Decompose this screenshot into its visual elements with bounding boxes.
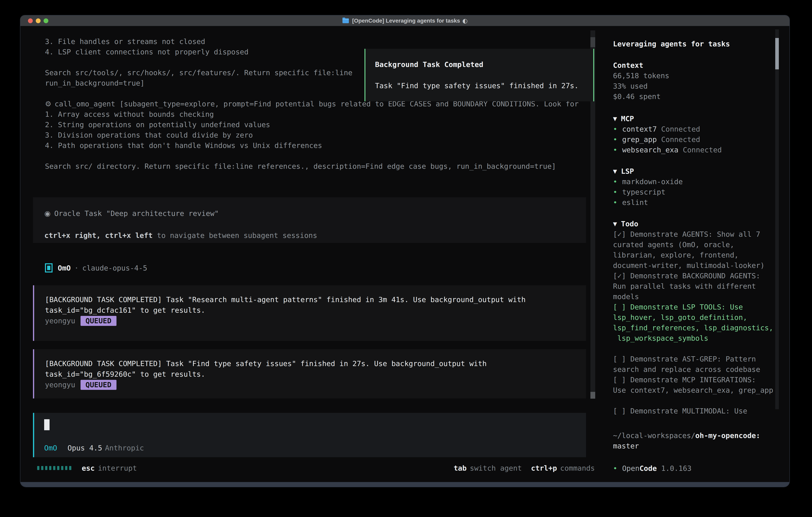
close-button[interactable] [28, 19, 33, 23]
app-name-code: Code [639, 464, 657, 472]
ctrlp-key-label: commands [560, 464, 595, 472]
lsp-item: •eslint [613, 197, 775, 208]
status-bar: esc interrupt tab switch agent ctrl+p co… [37, 463, 595, 473]
spinner-dot [65, 466, 67, 470]
message-meta: yeongyu QUEUED [45, 316, 578, 326]
spinner-dot [49, 466, 51, 470]
status-dot-icon: • [613, 198, 617, 207]
tab-key-hint: tab [454, 464, 467, 472]
notification-body: Task "Find type safety issues" finished … [375, 82, 579, 90]
oracle-task-icon: ◉ [45, 209, 51, 218]
agent-name: OmO [58, 264, 71, 272]
chevron-down-icon: ▼ [613, 168, 617, 174]
output-line [45, 151, 584, 161]
gear-icon: ⚙ [45, 100, 51, 108]
message-meta: yeongyu QUEUED [45, 379, 578, 390]
todo-item: [ ] Demonstrate AST-GREP: Pattern search… [613, 354, 775, 375]
omo-agent-icon [45, 263, 53, 272]
chevron-down-icon: ▼ [613, 116, 617, 122]
context-section: Context 66,518 tokens 33% used $0.46 spe… [613, 60, 775, 102]
output-line: 3. File handles or streams not closed [45, 36, 584, 47]
oracle-task-title-row: ◉Oracle Task "Deep architecture review" [45, 209, 219, 218]
chevron-down-icon: ▼ [613, 221, 617, 227]
lsp-item: •typescript [613, 187, 775, 197]
minimize-button[interactable] [36, 19, 40, 23]
background-task-message: [BACKGROUND TASK COMPLETED] Task "Find t… [33, 349, 586, 399]
mcp-section-header[interactable]: ▼MCP [613, 113, 775, 124]
output-line: 2. String operations on potentially unde… [45, 119, 584, 130]
lsp-section: ▼LSP •markdown-oxide •typescript •eslint [613, 166, 775, 208]
mcp-item: •context7Connected [613, 124, 775, 134]
zoom-button[interactable] [44, 19, 48, 23]
status-dot-icon: • [613, 125, 617, 133]
status-dot-icon: • [613, 135, 617, 143]
sidebar-scrollbar-track [775, 29, 779, 409]
app-name-open: Open [622, 464, 640, 472]
spinner-dot [61, 466, 63, 470]
message-text: [BACKGROUND TASK COMPLETED] Task "Resear… [45, 294, 578, 316]
tab-key-label: switch agent [470, 464, 522, 472]
spinner-dot [53, 466, 55, 470]
todo-item: [ ] Demonstrate MULTIMODAL: Use [613, 406, 775, 416]
input-meta-row: OmO Opus 4.5 Anthropic [44, 444, 144, 452]
status-badge: QUEUED [81, 380, 116, 390]
lsp-item: •markdown-oxide [613, 176, 775, 187]
context-tokens: 66,518 tokens [613, 71, 775, 81]
output-line: 1. Array access without bounds checking [45, 109, 584, 119]
context-spent: $0.46 spent [613, 91, 775, 102]
workspace-path-prefix: ~/local-workspaces/ [613, 431, 695, 440]
mcp-item: •grep_appConnected [613, 134, 775, 145]
terminal-window: [OpenCode] Leveraging agents for tasks ◐… [20, 15, 790, 487]
hint-text: to navigate between subagent sessions [153, 231, 317, 240]
session-title: Leveraging agents for tasks [613, 39, 730, 49]
prompt-input[interactable]: OmO Opus 4.5 Anthropic [33, 413, 586, 457]
workspace-branch: master [613, 441, 775, 451]
chat-scrollbar-thumb-bottom[interactable] [590, 392, 595, 399]
message-text: [BACKGROUND TASK COMPLETED] Task "Find t… [45, 358, 578, 379]
spinner-dot [69, 466, 71, 470]
input-agent: OmO [44, 444, 57, 452]
message-author: yeongyu [45, 379, 75, 390]
background-task-message: [BACKGROUND TASK COMPLETED] Task "Resear… [33, 285, 586, 341]
app-version: 1.0.163 [661, 464, 692, 472]
output-line: 3. Division operations that could divide… [45, 130, 584, 140]
status-dot-icon: • [613, 464, 617, 472]
hint-keys: ctrl+x right, ctrl+x left [45, 231, 153, 240]
folder-icon [342, 18, 349, 24]
statusbar-left: esc interrupt [37, 464, 137, 472]
todo-item-active: [ ] Demonstrate LSP TOOLS: Use lsp_hover… [613, 302, 775, 344]
output-line: Search src/ directory. Return specific f… [45, 161, 584, 171]
traffic-lights [28, 16, 48, 26]
version-row: •OpenCode1.0.163 [613, 463, 775, 473]
mcp-section: ▼MCP •context7Connected •grep_appConnect… [613, 113, 775, 155]
ctrlp-key-hint: ctrl+p [531, 464, 557, 472]
chat-scrollbar-thumb-top[interactable] [590, 37, 595, 47]
agent-model: claude-opus-4-5 [82, 264, 147, 272]
background-task-notification: Background Task Completed Task "Find typ… [365, 49, 594, 101]
agent-header: OmO · claude-opus-4-5 [45, 262, 147, 273]
workspace-repo: oh-my-opencode: [695, 431, 760, 440]
todo-item: [ ] Demonstrate MCP INTEGRATIONS: Use co… [613, 375, 775, 396]
notification-title: Background Task Completed [375, 60, 483, 69]
workspace-path: ~/local-workspaces/oh-my-opencode: maste… [613, 430, 775, 451]
sidebar: Leveraging agents for tasks Context 66,5… [613, 16, 775, 487]
status-dot-icon: • [613, 188, 617, 196]
esc-key-hint: esc [82, 464, 95, 472]
sidebar-scrollbar-thumb[interactable] [775, 38, 779, 70]
message-author: yeongyu [45, 316, 75, 326]
input-provider: Anthropic [105, 444, 144, 452]
text-cursor [44, 419, 50, 430]
lsp-section-header[interactable]: ▼LSP [613, 166, 775, 176]
oracle-task-title: Oracle Task "Deep architecture review" [54, 209, 219, 218]
spinner-dot [41, 466, 44, 470]
window-title: [OpenCode] Leveraging agents for tasks [352, 18, 460, 24]
output-line: 4. Path operations that don't handle Win… [45, 140, 584, 151]
todo-section: ▼Todo [✓] Demonstrate AGENTS: Show all 7… [613, 219, 775, 416]
todo-section-header[interactable]: ▼Todo [613, 219, 775, 229]
status-dot-icon: • [613, 178, 617, 186]
working-spinner [37, 466, 71, 470]
status-dot-icon: • [613, 146, 617, 154]
window-footer [20, 482, 790, 487]
todo-item: [✓] Demonstrate BACKGROUND AGENTS: Run p… [613, 271, 775, 302]
oracle-navigation-hint: ctrl+x right, ctrl+x left to navigate be… [45, 231, 317, 240]
